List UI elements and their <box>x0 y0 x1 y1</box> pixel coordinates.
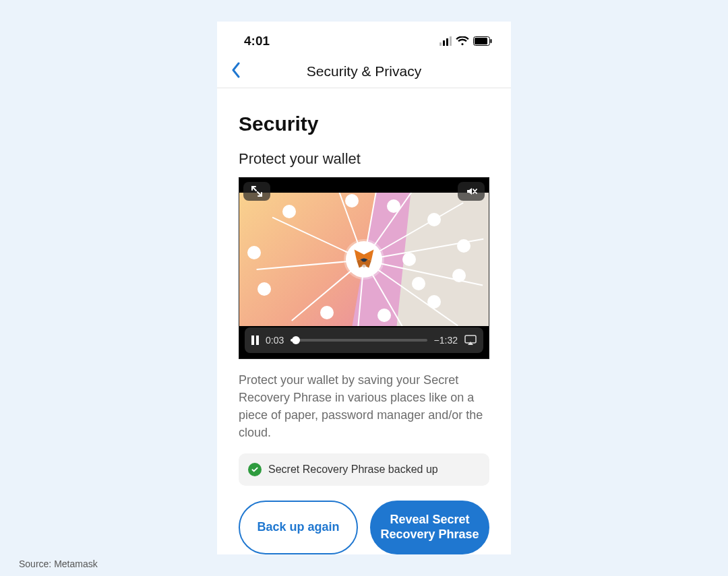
airplay-icon[interactable] <box>464 335 477 346</box>
check-circle-icon <box>248 463 262 476</box>
backup-status-text: Secret Recovery Phrase backed up <box>268 463 438 476</box>
metamask-fox-icon <box>346 241 382 278</box>
status-icons <box>439 36 492 46</box>
cellular-icon <box>439 36 452 46</box>
phone-frame: 4:01 Security & Privacy Security Protect… <box>217 22 511 554</box>
nav-bar: Security & Privacy <box>217 55 511 88</box>
fullscreen-button[interactable] <box>243 182 270 201</box>
video-elapsed: 0:03 <box>266 335 284 346</box>
content-area: Security Protect your wallet <box>217 88 511 554</box>
nav-title: Security & Privacy <box>307 63 421 79</box>
backup-status: Secret Recovery Phrase backed up <box>239 453 489 486</box>
status-time: 4:01 <box>244 34 270 49</box>
page-heading: Security <box>239 113 489 135</box>
description-text: Protect your wallet by saving your Secre… <box>239 371 489 441</box>
status-bar: 4:01 <box>217 22 511 51</box>
backup-again-label: Back up again <box>257 520 339 535</box>
video-scrubber[interactable] <box>291 339 427 342</box>
video-player[interactable]: 0:03 −1:32 <box>239 177 489 359</box>
video-controls: 0:03 −1:32 <box>245 327 483 353</box>
svg-rect-2 <box>491 39 492 43</box>
battery-icon <box>473 36 492 46</box>
reveal-phrase-button[interactable]: Reveal Secret Recovery Phrase <box>370 501 489 554</box>
video-frame <box>239 193 489 326</box>
video-remaining: −1:32 <box>434 335 458 346</box>
action-buttons: Back up again Reveal Secret Recovery Phr… <box>239 501 489 554</box>
wifi-icon <box>456 36 469 46</box>
backup-again-button[interactable]: Back up again <box>239 501 358 554</box>
pause-button[interactable] <box>251 335 259 345</box>
svg-rect-1 <box>475 38 487 44</box>
section-heading: Protect your wallet <box>239 150 489 168</box>
reveal-phrase-label: Reveal Secret Recovery Phrase <box>378 513 481 542</box>
mute-button[interactable] <box>458 182 485 201</box>
back-button[interactable] <box>231 62 241 81</box>
source-caption: Source: Metamask <box>19 558 98 569</box>
